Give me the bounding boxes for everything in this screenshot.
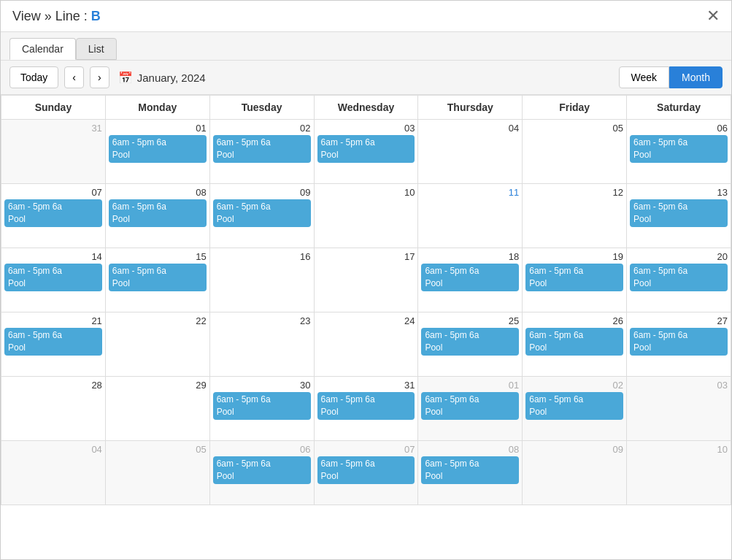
calendar-event[interactable]: 6am - 5pm 6a Pool bbox=[421, 328, 519, 356]
calendar-cell[interactable]: 29 bbox=[105, 377, 209, 441]
calendar-event[interactable]: 6am - 5pm 6a Pool bbox=[213, 135, 311, 163]
calendar-event[interactable]: 6am - 5pm 6a Pool bbox=[421, 392, 519, 420]
calendar-event[interactable]: 6am - 5pm 6a Pool bbox=[4, 264, 102, 291]
calendar-week-row: 216am - 5pm 6a Pool222324256am - 5pm 6a … bbox=[1, 312, 731, 377]
calendar-week-row: 146am - 5pm 6a Pool156am - 5pm 6a Pool16… bbox=[1, 248, 731, 312]
calendar-event[interactable]: 6am - 5pm 6a Pool bbox=[317, 392, 415, 420]
calendar-cell[interactable]: 05 bbox=[523, 120, 627, 184]
calendar-cell[interactable]: 12 bbox=[523, 184, 627, 248]
calendar-event[interactable]: 6am - 5pm 6a Pool bbox=[630, 135, 728, 163]
calendar-event[interactable]: 6am - 5pm 6a Pool bbox=[213, 456, 311, 484]
calendar-cell[interactable]: 156am - 5pm 6a Pool bbox=[105, 248, 209, 312]
day-number: 01 bbox=[109, 123, 207, 134]
next-button[interactable]: › bbox=[90, 66, 109, 88]
toolbar: Today ‹ › 📅 January, 2024 Week Month bbox=[1, 61, 731, 95]
day-number: 17 bbox=[317, 251, 415, 262]
calendar-cell[interactable]: 22 bbox=[105, 312, 209, 377]
calendar-cell[interactable]: 10 bbox=[314, 184, 418, 248]
calendar-cell[interactable]: 10 bbox=[627, 441, 731, 505]
calendar-event[interactable]: 6am - 5pm 6a Pool bbox=[109, 135, 207, 163]
calendar-cell[interactable]: 16 bbox=[209, 248, 314, 312]
header-wednesday: Wednesday bbox=[314, 96, 418, 120]
calendar-cell[interactable]: 096am - 5pm 6a Pool bbox=[209, 184, 314, 248]
day-number: 14 bbox=[4, 251, 102, 262]
calendar-cell[interactable]: 11 bbox=[418, 184, 523, 248]
week-view-button[interactable]: Week bbox=[619, 66, 670, 88]
calendar-cell[interactable]: 17 bbox=[314, 248, 418, 312]
calendar-cell[interactable]: 31 bbox=[1, 120, 106, 184]
calendar-cell[interactable]: 23 bbox=[209, 312, 314, 377]
calendar-cell[interactable]: 186am - 5pm 6a Pool bbox=[418, 248, 523, 312]
title-bar: View » Line : B ✕ bbox=[1, 1, 731, 32]
calendar-event[interactable]: 6am - 5pm 6a Pool bbox=[525, 392, 623, 420]
calendar-cell[interactable]: 206am - 5pm 6a Pool bbox=[627, 248, 731, 312]
calendar-event[interactable]: 6am - 5pm 6a Pool bbox=[109, 199, 207, 227]
calendar-cell[interactable]: 04 bbox=[418, 120, 523, 184]
calendar-event[interactable]: 6am - 5pm 6a Pool bbox=[213, 392, 311, 420]
day-number: 16 bbox=[213, 251, 311, 262]
calendar-cell[interactable]: 196am - 5pm 6a Pool bbox=[523, 248, 627, 312]
calendar-cell[interactable]: 076am - 5pm 6a Pool bbox=[314, 441, 418, 505]
calendar-event[interactable]: 6am - 5pm 6a Pool bbox=[421, 456, 519, 484]
calendar-cell[interactable]: 066am - 5pm 6a Pool bbox=[209, 441, 314, 505]
calendar-event[interactable]: 6am - 5pm 6a Pool bbox=[630, 328, 728, 356]
calendar-cell[interactable]: 306am - 5pm 6a Pool bbox=[209, 377, 314, 441]
calendar-cell[interactable]: 026am - 5pm 6a Pool bbox=[523, 377, 627, 441]
calendar-cell[interactable]: 276am - 5pm 6a Pool bbox=[627, 312, 731, 377]
calendar-event[interactable]: 6am - 5pm 6a Pool bbox=[109, 264, 207, 291]
calendar-cell[interactable]: 216am - 5pm 6a Pool bbox=[1, 312, 106, 377]
day-number: 21 bbox=[4, 315, 102, 326]
day-number: 09 bbox=[213, 187, 311, 198]
calendar-cell[interactable]: 05 bbox=[105, 441, 209, 505]
day-number: 22 bbox=[109, 315, 207, 326]
day-number: 02 bbox=[213, 123, 311, 134]
calendar-cell[interactable]: 016am - 5pm 6a Pool bbox=[418, 377, 523, 441]
calendar-cell[interactable]: 04 bbox=[1, 441, 106, 505]
calendar-table: Sunday Monday Tuesday Wednesday Thursday… bbox=[1, 95, 731, 505]
day-number: 31 bbox=[317, 380, 415, 391]
main-window: View » Line : B ✕ Calendar List Today ‹ … bbox=[0, 0, 732, 560]
day-number: 15 bbox=[109, 251, 207, 262]
calendar-week-row: 0405066am - 5pm 6a Pool076am - 5pm 6a Po… bbox=[1, 441, 731, 505]
prev-button[interactable]: ‹ bbox=[64, 66, 84, 88]
calendar-event[interactable]: 6am - 5pm 6a Pool bbox=[213, 199, 311, 227]
calendar-event[interactable]: 6am - 5pm 6a Pool bbox=[317, 456, 415, 484]
calendar-event[interactable]: 6am - 5pm 6a Pool bbox=[421, 264, 519, 291]
calendar-cell[interactable]: 316am - 5pm 6a Pool bbox=[314, 377, 418, 441]
calendar-cell[interactable]: 03 bbox=[627, 377, 731, 441]
day-number: 04 bbox=[4, 444, 102, 455]
calendar-cell[interactable]: 066am - 5pm 6a Pool bbox=[627, 120, 731, 184]
calendar-cell[interactable]: 24 bbox=[314, 312, 418, 377]
calendar-event[interactable]: 6am - 5pm 6a Pool bbox=[4, 328, 102, 356]
day-number: 26 bbox=[525, 315, 623, 326]
calendar-cell[interactable]: 09 bbox=[523, 441, 627, 505]
view-toggle: Week Month bbox=[619, 66, 723, 88]
day-number: 10 bbox=[317, 187, 415, 198]
calendar-cell[interactable]: 266am - 5pm 6a Pool bbox=[523, 312, 627, 377]
calendar-cell[interactable]: 016am - 5pm 6a Pool bbox=[105, 120, 209, 184]
calendar-event[interactable]: 6am - 5pm 6a Pool bbox=[630, 199, 728, 227]
today-button[interactable]: Today bbox=[9, 66, 58, 88]
calendar-cell[interactable]: 256am - 5pm 6a Pool bbox=[418, 312, 523, 377]
calendar-cell[interactable]: 026am - 5pm 6a Pool bbox=[209, 120, 314, 184]
calendar-cell[interactable]: 086am - 5pm 6a Pool bbox=[105, 184, 209, 248]
calendar-cell[interactable]: 136am - 5pm 6a Pool bbox=[627, 184, 731, 248]
day-number: 07 bbox=[4, 187, 102, 198]
calendar-cell[interactable]: 036am - 5pm 6a Pool bbox=[314, 120, 418, 184]
calendar-event[interactable]: 6am - 5pm 6a Pool bbox=[525, 264, 623, 291]
day-number: 31 bbox=[4, 123, 102, 134]
calendar-cell[interactable]: 146am - 5pm 6a Pool bbox=[1, 248, 106, 312]
close-button[interactable]: ✕ bbox=[706, 8, 720, 24]
calendar-cell[interactable]: 076am - 5pm 6a Pool bbox=[1, 184, 106, 248]
calendar-cell[interactable]: 086am - 5pm 6a Pool bbox=[418, 441, 523, 505]
calendar-event[interactable]: 6am - 5pm 6a Pool bbox=[630, 264, 728, 291]
calendar-event[interactable]: 6am - 5pm 6a Pool bbox=[317, 135, 415, 163]
day-number: 24 bbox=[317, 315, 415, 326]
month-view-button[interactable]: Month bbox=[669, 66, 723, 88]
calendar-event[interactable]: 6am - 5pm 6a Pool bbox=[4, 199, 102, 227]
day-number: 13 bbox=[630, 187, 728, 198]
tab-list[interactable]: List bbox=[76, 38, 117, 60]
calendar-event[interactable]: 6am - 5pm 6a Pool bbox=[525, 328, 623, 356]
calendar-cell[interactable]: 28 bbox=[1, 377, 106, 441]
tab-calendar[interactable]: Calendar bbox=[9, 38, 76, 60]
